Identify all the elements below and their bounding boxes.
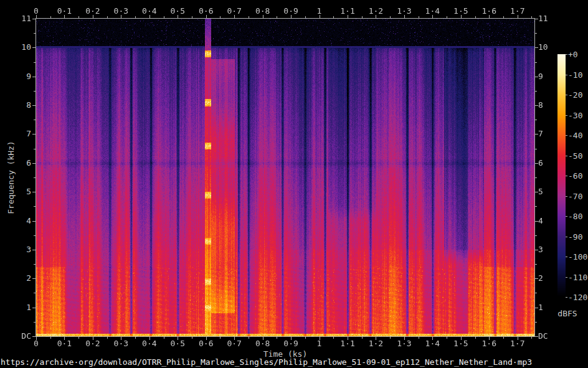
colorbar-tick-mark [566,156,567,156]
colorbar-tick-mark [566,115,567,116]
time-tick-mark [362,16,363,18]
x-tick-label: 1·2 [369,7,383,15]
y-tick-label: 11 [0,14,31,22]
time-tick-mark [78,16,79,18]
colorbar-tick-label: -110 [568,273,587,281]
time-tick-mark [220,16,220,18]
y-tick-label: 8 [538,101,543,109]
time-tick-mark [503,337,504,339]
y-tick-label: 1 [538,303,543,311]
time-tick-mark [362,337,363,339]
time-tick-mark [78,337,79,339]
colorbar-tick-mark [566,95,567,95]
time-tick-mark [277,337,277,339]
x-tick-label: 0·5 [171,7,185,15]
x-tick-label: 1·6 [482,339,496,347]
colorbar-canvas [557,54,566,297]
colorbar-tick-label: -90 [568,233,582,241]
freq-tick-mark [34,264,36,265]
freq-tick-mark [32,134,36,134]
colorbar-tick-mark [566,75,567,75]
time-tick-mark [249,16,249,18]
freq-tick-mark [34,33,36,34]
y-tick-label: 9 [0,72,31,80]
freq-tick-mark [34,149,36,149]
time-tick-mark [135,337,136,339]
time-tick-mark [305,16,306,18]
colorbar-tick-label: -50 [568,152,582,160]
time-tick-mark [164,337,164,339]
x-tick-label: 0·3 [114,339,128,347]
x-tick-label: 0·6 [199,7,213,15]
freq-tick-mark [32,192,36,192]
x-tick-label: 1·5 [453,7,468,15]
colorbar-tick-label: -20 [568,91,582,99]
x-tick-label: 1 [317,7,322,15]
freq-tick-mark [32,47,36,48]
freq-tick-mark [32,19,36,19]
x-tick-label: 0·2 [85,339,100,347]
colorbar-tick-mark [566,176,567,176]
x-tick-label: 1·4 [425,339,440,347]
x-tick-label: 1·1 [340,339,354,347]
time-tick-mark [135,16,136,18]
x-tick-label: 1·7 [510,339,524,347]
time-tick-mark [419,16,419,18]
y-tick-label: 10 [538,43,548,51]
time-tick-mark [419,337,419,339]
y-tick-label: 4 [0,217,31,225]
y-tick-label: 3 [0,245,31,253]
time-tick-mark [164,16,164,18]
x-tick-label: 1·1 [340,7,354,15]
freq-tick-mark [32,278,36,279]
freq-tick-mark [34,293,36,293]
x-tick-label: 0·3 [114,7,128,15]
freq-tick-mark [34,235,36,236]
plot-border [36,18,535,337]
time-tick-mark [50,337,51,339]
x-tick-label: 0·4 [142,7,156,15]
freq-tick-mark [535,33,537,34]
time-tick-mark [531,337,532,339]
y-tick-label: 9 [538,72,543,80]
freq-tick-mark [535,293,537,293]
freq-tick-mark [34,91,36,92]
time-tick-mark [277,16,277,18]
x-tick-label: 1·3 [397,7,411,15]
x-tick-label: 0·9 [283,7,298,15]
x-tick-label: 0 [34,7,39,15]
colorbar-tick-mark [566,135,567,136]
y-tick-label: 8 [0,101,31,109]
time-tick-mark [475,16,476,18]
y-tick-label: DC [538,332,548,340]
x-tick-label: 0·1 [57,7,72,15]
time-tick-mark [107,337,108,339]
time-tick-mark [305,337,306,339]
x-tick-label: 0 [34,339,39,347]
colorbar-tick-label: +0 [568,50,578,59]
x-tick-label: 1 [317,339,322,347]
y-tick-label: 6 [0,159,31,167]
freq-tick-mark [535,120,537,120]
colorbar-tick-mark [566,277,567,278]
y-tick-label: 7 [538,130,543,138]
colorbar-tick-mark [566,196,567,197]
freq-tick-mark [32,221,36,222]
freq-tick-mark [535,91,537,92]
freq-tick-mark [32,77,36,77]
freq-tick-mark [32,308,36,308]
x-tick-label: 1·5 [453,339,468,347]
time-tick-mark [192,337,192,339]
colorbar-tick-label: -30 [568,111,582,120]
colorbar-tick-mark [566,257,567,257]
time-tick-mark [333,16,334,18]
freq-tick-mark [34,62,36,63]
spectrogram-window: Frequency (kHz) Time (ks) dBFS https://a… [0,0,588,368]
x-tick-label: 0·1 [57,339,72,347]
x-tick-label: 0·8 [255,7,270,15]
time-tick-mark [531,16,532,18]
y-tick-label: 7 [0,130,31,138]
colorbar-tick-label: -70 [568,192,582,201]
y-tick-label: 1 [0,303,31,311]
y-tick-label: 11 [538,14,548,22]
